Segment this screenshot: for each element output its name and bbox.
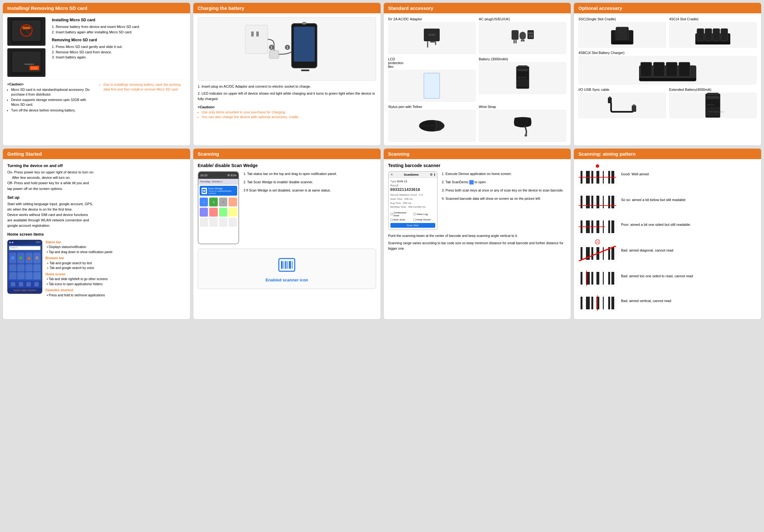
gs-app-10[interactable] xyxy=(17,272,24,279)
scan-demo-mock: ✕ ScanDemo ⚙ ℹ Type EAN 13 Re xyxy=(388,171,438,230)
gs-fav-4[interactable] xyxy=(34,282,39,287)
testing-content: ✕ ScanDemo ⚙ ℹ Type EAN 13 Re xyxy=(388,171,567,230)
gs-app-2[interactable] xyxy=(17,252,24,263)
svg-rect-29 xyxy=(515,40,517,44)
voice-log-checkbox[interactable] xyxy=(413,213,416,215)
testing-instructions: 1. Execute Demos application on home scr… xyxy=(442,171,567,230)
scan-app-3[interactable]: ⊙ xyxy=(219,198,228,206)
continuous-scan-checkbox[interactable] xyxy=(390,213,393,215)
gs-home-items: 85% Search... xyxy=(7,240,186,299)
gs-app-6[interactable] xyxy=(17,264,24,271)
microsd-header-text: Installing/ Removing Micro SD card xyxy=(7,5,88,11)
svg-rect-21 xyxy=(302,22,306,25)
svg-rect-59 xyxy=(653,62,665,76)
scan-app-9[interactable] xyxy=(200,218,208,227)
testing-instr-1: 1. Execute Demos application on home scr… xyxy=(442,171,567,177)
gs-app-11[interactable] xyxy=(25,272,32,279)
scan-app-7[interactable] xyxy=(219,208,228,216)
gs-apps-btn[interactable]: Opens apps window xyxy=(8,288,42,293)
svg-rect-84 xyxy=(284,261,284,269)
svg-rect-4 xyxy=(23,27,30,29)
gs-battery-text: 85% xyxy=(36,241,40,244)
svg-rect-23 xyxy=(427,41,428,48)
scan-demo-body: Type EAN 13 Result 6933211433616 Record … xyxy=(389,178,437,230)
svg-point-46 xyxy=(525,134,527,137)
gs-app-8[interactable] xyxy=(33,264,40,271)
gs-status-item-1: • Displays status/notification xyxy=(47,245,186,250)
gs-labels: Status bar • Displays status/notificatio… xyxy=(46,240,186,299)
gs-fav-1[interactable] xyxy=(11,282,15,287)
stylus-img xyxy=(388,110,476,142)
scan-app-8[interactable] xyxy=(229,208,237,216)
gs-app-1[interactable] xyxy=(9,252,16,263)
gs-fav-3[interactable] xyxy=(26,282,31,287)
gs-status-item-2: • Tap and drag down to show notification… xyxy=(47,250,186,255)
svg-text:POINT MOBILE CO., LTD: POINT MOBILE CO., LTD xyxy=(708,111,724,113)
demo-cb-continuous[interactable]: Continuous Scan xyxy=(390,211,412,217)
accessory-battery: Battery (3000mAh) CE FC UL xyxy=(479,57,566,102)
svg-rect-73 xyxy=(11,256,14,259)
caution-title-1: <Caution> xyxy=(7,82,93,86)
scan-phone-mock: 10:23 ⚙ 81% Thursday, January 1 xyxy=(198,171,239,244)
wrist-label: Wrist Strap xyxy=(479,105,566,109)
aiming-item-poor: Poor: aimed a bit one sided but still re… xyxy=(578,214,757,235)
keep-sound-checkbox[interactable] xyxy=(413,218,416,221)
scan-app-2[interactable]: ◎ xyxy=(209,198,218,206)
barcode-soso xyxy=(578,194,617,210)
accessory-plug: AC plug(US/EU/UK) xyxy=(479,17,566,54)
demo-cb-keepsound[interactable]: Keep Sound xyxy=(413,218,435,221)
adaptor-img: AC/DC xyxy=(388,22,476,54)
demo-settings-icon[interactable]: ⚙ xyxy=(430,173,433,176)
svg-rect-10 xyxy=(246,25,268,54)
scan-app-1[interactable]: ☺ xyxy=(200,198,208,206)
scan-app-10[interactable] xyxy=(209,218,218,227)
testing-instr-2: 2. Tab ScanDemo to open. xyxy=(442,180,567,185)
gs-fav-2[interactable] xyxy=(19,282,23,287)
wrist-img xyxy=(479,110,566,142)
gs-app-7[interactable] xyxy=(25,264,32,271)
gs-app-4[interactable] xyxy=(33,252,40,263)
testing-footer: Point the scanning beam at the center of… xyxy=(388,233,567,251)
auto-scan-label: Auto Scan xyxy=(394,218,405,221)
demo-cb-voicelog[interactable]: Voice Log xyxy=(413,211,435,217)
scan-app-6[interactable] xyxy=(209,208,218,216)
testing-instr-3: 3. Press both scan keys at once or any o… xyxy=(442,188,567,194)
gs-app-3[interactable] xyxy=(25,252,32,263)
accessory-lcd: LCDprotectionfilm xyxy=(388,57,476,102)
opt-ext-battery: Extended Battery(4000mA) CE FC UL POINT … xyxy=(669,88,757,118)
charging-caution-1: Use only items provided in your purchase… xyxy=(202,110,376,114)
charging-text: 1. Insert plug on AC/DC Adaptor and conn… xyxy=(198,84,376,102)
gs-favorites-bar xyxy=(8,280,42,288)
scan-app-4[interactable] xyxy=(229,198,237,206)
gs-app-12[interactable] xyxy=(33,272,40,279)
auto-scan-checkbox[interactable] xyxy=(390,218,393,221)
scan-app-5[interactable] xyxy=(200,208,208,216)
accessory-grid: 5V 2A AC/DC Adaptor AC/DC AC plug(US/EU/… xyxy=(388,17,567,142)
svg-rect-66 xyxy=(609,96,611,98)
gs-search-placeholder: Search... xyxy=(10,246,19,250)
charging-header: Charging the battery xyxy=(193,3,381,13)
demo-cb-autoscan[interactable]: Auto Scan xyxy=(390,218,412,221)
scanning-right-header: Scanning xyxy=(384,149,571,159)
demo-type-field: Type EAN 13 xyxy=(390,180,435,183)
opt-cable: I/O USB Sync cable xyxy=(578,88,666,118)
charging-step2: 2. LED indicator on upper left of device… xyxy=(198,91,376,102)
caution-list-1: Micro SD card is not standard/optional a… xyxy=(7,87,93,112)
svg-rect-80 xyxy=(204,190,204,192)
scan-start-button[interactable]: Scan Start xyxy=(390,223,435,228)
gs-setup-section: Set up Start with setting language input… xyxy=(7,195,186,229)
demo-close-icon[interactable]: ✕ xyxy=(390,173,393,176)
scan-app-11[interactable] xyxy=(219,218,228,227)
scanning-left-header: Scanning xyxy=(193,149,381,159)
scan-wedge-item[interactable]: Scan Wedge Touch to enable/disable scann… xyxy=(200,186,237,196)
gs-app-5[interactable] xyxy=(9,264,16,271)
enabled-scanner-box: Enabled scanner icon xyxy=(198,249,376,289)
demo-info-icon[interactable]: ℹ xyxy=(434,173,435,176)
scan-content: 10:23 ⚙ 81% Thursday, January 1 xyxy=(198,171,376,244)
gs-app-9[interactable] xyxy=(9,272,16,279)
aiming-header-text: Scanning: aiming pattern xyxy=(578,151,636,157)
gs-label-browser: Browser bar ● Tab and google search by t… xyxy=(46,256,186,271)
charging-step1: 1. Insert plug on AC/DC Adaptor and conn… xyxy=(198,84,376,89)
scan-app-12[interactable] xyxy=(229,218,237,227)
charging-caution: <Caution> Use only items provided in you… xyxy=(198,105,376,120)
